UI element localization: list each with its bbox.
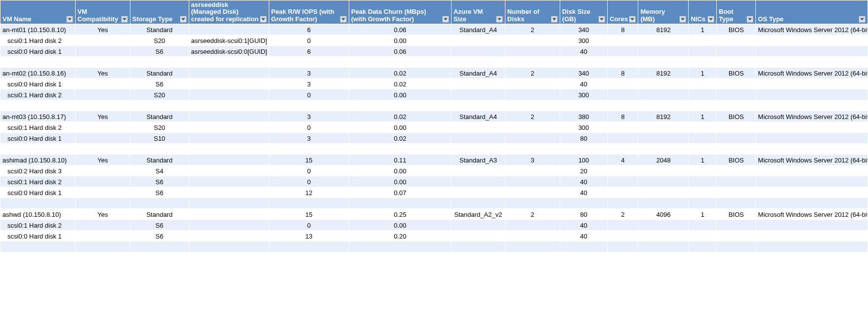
cell[interactable] (452, 46, 505, 57)
cell[interactable] (189, 79, 269, 89)
cell[interactable] (560, 198, 607, 209)
cell[interactable] (505, 89, 560, 100)
cell[interactable]: 8192 (638, 68, 689, 79)
cell[interactable] (452, 35, 505, 46)
cell[interactable] (0, 100, 76, 111)
cell[interactable]: scsi0:1 Hard disk 2 (0, 89, 76, 100)
cell[interactable] (75, 241, 130, 252)
cell[interactable] (130, 100, 189, 111)
cell[interactable] (130, 144, 189, 155)
cell[interactable] (689, 89, 717, 100)
cell[interactable] (189, 176, 269, 187)
cell[interactable] (608, 198, 638, 209)
cell[interactable]: 1 (689, 68, 717, 79)
filter-dropdown-icon[interactable] (442, 16, 449, 23)
cell[interactable]: S20 (130, 89, 189, 100)
cell[interactable] (717, 165, 756, 176)
cell[interactable]: Standard_A4 (452, 111, 505, 122)
cell[interactable] (269, 198, 349, 209)
col-header[interactable]: Memory (MB) (638, 0, 689, 24)
cell[interactable] (608, 89, 638, 100)
cell[interactable]: an-mt01 (10.150.8.10) (0, 24, 76, 35)
cell[interactable] (608, 100, 638, 111)
cell[interactable]: 0.11 (349, 155, 451, 165)
cell[interactable]: 40 (560, 231, 607, 241)
cell[interactable] (689, 57, 717, 68)
cell[interactable]: Yes (75, 68, 130, 79)
cell[interactable] (75, 231, 130, 241)
cell[interactable] (505, 57, 560, 68)
cell[interactable]: 4096 (638, 209, 689, 220)
cell[interactable] (689, 198, 717, 209)
cell[interactable] (505, 220, 560, 231)
cell[interactable] (560, 144, 607, 155)
cell[interactable] (189, 187, 269, 198)
col-header[interactable]: VM Compatibility (75, 0, 130, 24)
cell[interactable]: 80 (560, 209, 607, 220)
cell[interactable] (505, 241, 560, 252)
cell[interactable] (756, 187, 868, 198)
cell[interactable] (75, 100, 130, 111)
cell[interactable] (638, 176, 689, 187)
cell[interactable] (452, 89, 505, 100)
cell[interactable]: 40 (560, 220, 607, 231)
cell[interactable]: Standard_A4 (452, 68, 505, 79)
cell[interactable] (452, 144, 505, 155)
cell[interactable] (505, 122, 560, 133)
col-header[interactable]: Disk Size (GB) (560, 0, 607, 24)
col-header[interactable]: Cores (608, 0, 638, 24)
cell[interactable] (756, 133, 868, 144)
cell[interactable]: 4 (608, 155, 638, 165)
cell[interactable] (452, 187, 505, 198)
cell[interactable]: Standard (130, 68, 189, 79)
cell[interactable]: 0 (269, 89, 349, 100)
cell[interactable]: 1 (689, 209, 717, 220)
cell[interactable] (560, 57, 607, 68)
cell[interactable]: 300 (560, 122, 607, 133)
cell[interactable] (756, 89, 868, 100)
cell[interactable]: asrseeddisk-scsi0:0[GUID] (189, 46, 269, 57)
cell[interactable] (505, 79, 560, 89)
cell[interactable] (756, 241, 868, 252)
cell[interactable]: 8192 (638, 24, 689, 35)
cell[interactable] (608, 79, 638, 89)
cell[interactable]: Standard (130, 111, 189, 122)
cell[interactable]: 0 (269, 176, 349, 187)
cell[interactable]: Standard_A3 (452, 155, 505, 165)
cell[interactable] (689, 133, 717, 144)
cell[interactable] (130, 241, 189, 252)
cell[interactable] (505, 231, 560, 241)
cell[interactable]: Standard_A4 (452, 24, 505, 35)
cell[interactable]: Yes (75, 24, 130, 35)
cell[interactable]: BIOS (717, 24, 756, 35)
cell[interactable] (756, 122, 868, 133)
cell[interactable]: 380 (560, 111, 607, 122)
cell[interactable] (756, 220, 868, 231)
cell[interactable] (505, 144, 560, 155)
cell[interactable]: 2048 (638, 155, 689, 165)
cell[interactable]: S6 (130, 220, 189, 231)
cell[interactable]: 1 (689, 111, 717, 122)
cell[interactable] (608, 57, 638, 68)
cell[interactable]: 3 (269, 111, 349, 122)
cell[interactable] (349, 57, 451, 68)
cell[interactable] (638, 57, 689, 68)
cell[interactable] (75, 144, 130, 155)
filter-dropdown-icon[interactable] (260, 16, 267, 23)
cell[interactable]: 0 (269, 165, 349, 176)
cell[interactable] (452, 198, 505, 209)
cell[interactable] (689, 220, 717, 231)
cell[interactable] (638, 89, 689, 100)
cell[interactable]: 40 (560, 176, 607, 187)
cell[interactable] (0, 57, 76, 68)
cell[interactable] (505, 133, 560, 144)
cell[interactable] (756, 57, 868, 68)
col-header[interactable]: OS Type (756, 0, 868, 24)
cell[interactable] (75, 220, 130, 231)
cell[interactable] (560, 100, 607, 111)
cell[interactable] (756, 144, 868, 155)
cell[interactable] (608, 122, 638, 133)
filter-dropdown-icon[interactable] (66, 16, 73, 23)
cell[interactable] (130, 57, 189, 68)
cell[interactable]: 0.02 (349, 111, 451, 122)
